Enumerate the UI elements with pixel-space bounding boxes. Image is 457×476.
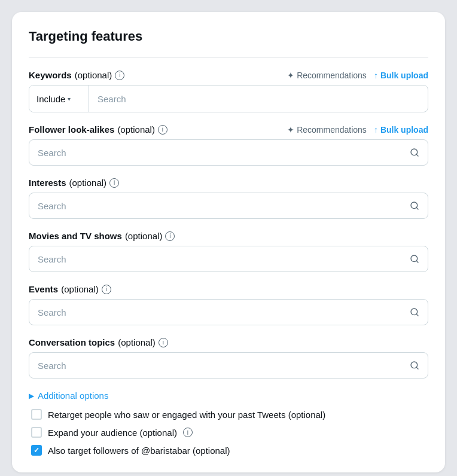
follower-bulk-upload-link[interactable]: ↑ Bulk upload (374, 125, 428, 135)
follower-bulk-upload-label: Bulk upload (380, 125, 428, 135)
svg-line-7 (416, 314, 418, 316)
page-title: Targeting features (29, 29, 428, 44)
movies-tv-search-wrapper (29, 246, 428, 272)
expand-checkbox[interactable] (31, 427, 42, 438)
retarget-checkbox[interactable] (31, 409, 42, 420)
keywords-recommendations-label: Recommendations (297, 71, 367, 80)
svg-line-1 (416, 154, 418, 156)
events-section: Events (optional) i (29, 284, 428, 325)
include-dropdown[interactable]: Include ▾ (29, 86, 89, 112)
keywords-info-icon[interactable]: i (115, 71, 124, 80)
interests-section: Interests (optional) i (29, 178, 428, 219)
svg-line-9 (416, 367, 418, 369)
keywords-bulk-upload-label: Bulk upload (380, 71, 428, 80)
followers-checkbox[interactable] (31, 445, 42, 456)
expand-info-icon[interactable]: i (183, 428, 193, 437)
additional-options-section: ▶ Additional options Retarget people who… (29, 390, 428, 456)
movies-tv-header: Movies and TV shows (optional) i (29, 231, 428, 241)
retarget-checkbox-item[interactable]: Retarget people who saw or engaged with … (31, 409, 428, 420)
conversation-topics-search-input[interactable] (38, 361, 405, 371)
svg-line-3 (416, 208, 418, 209)
keywords-header: Keywords (optional) i ✦ Recommendations … (29, 70, 428, 80)
interests-search-wrapper (29, 193, 428, 219)
interests-search-icon[interactable] (410, 201, 419, 210)
follower-search-input[interactable] (38, 148, 405, 158)
events-header: Events (optional) i (29, 284, 428, 294)
follower-look-alikes-info-icon[interactable]: i (158, 125, 167, 135)
expand-label: Expand your audience (optional) (48, 428, 177, 438)
events-label: Events (29, 284, 58, 294)
conversation-topics-search-wrapper (29, 352, 428, 379)
conversation-topics-optional: (optional) (118, 337, 156, 347)
additional-options-list: Retarget people who saw or engaged with … (29, 409, 428, 456)
followers-checkbox-item[interactable]: Also target followers of @baristabar (op… (31, 445, 428, 456)
events-search-wrapper (29, 299, 428, 325)
follower-look-alikes-label: Follower look-alikes (29, 124, 114, 135)
followers-label: Also target followers of @baristabar (op… (48, 446, 230, 456)
interests-optional: (optional) (69, 178, 107, 188)
events-label-group: Events (optional) i (29, 284, 111, 294)
interests-header: Interests (optional) i (29, 178, 428, 188)
conversation-topics-info-icon[interactable]: i (159, 338, 168, 347)
keywords-label: Keywords (29, 70, 72, 80)
events-info-icon[interactable]: i (102, 285, 111, 294)
conversation-topics-header: Conversation topics (optional) i (29, 337, 428, 347)
keywords-bulk-upload-link[interactable]: ↑ Bulk upload (374, 71, 428, 80)
conversation-topics-label: Conversation topics (29, 337, 115, 347)
expand-checkbox-item[interactable]: Expand your audience (optional) i (31, 427, 428, 438)
chevron-down-icon: ▾ (68, 96, 71, 102)
interests-label: Interests (29, 178, 66, 188)
events-search-input[interactable] (38, 307, 405, 318)
conversation-topics-section: Conversation topics (optional) i (29, 337, 428, 379)
follower-search-icon[interactable] (410, 148, 419, 157)
conversation-topics-search-icon[interactable] (410, 361, 419, 370)
follower-recommendations-label: Recommendations (297, 125, 367, 135)
movies-tv-label: Movies and TV shows (29, 231, 122, 241)
follower-search-wrapper (29, 139, 428, 166)
conversation-topics-label-group: Conversation topics (optional) i (29, 337, 168, 347)
movies-tv-info-icon[interactable]: i (165, 231, 175, 241)
follower-look-alikes-header: Follower look-alikes (optional) i ✦ Reco… (29, 124, 428, 135)
follower-look-alikes-section: Follower look-alikes (optional) i ✦ Reco… (29, 124, 428, 166)
spark-icon: ✦ (287, 71, 294, 80)
keywords-optional: (optional) (75, 70, 112, 80)
upload-icon: ↑ (374, 125, 378, 135)
interests-info-icon[interactable]: i (109, 178, 119, 188)
additional-options-label: Additional options (38, 390, 108, 401)
targeting-features-card: Targeting features Keywords (optional) i… (12, 12, 445, 472)
chevron-down-icon: ▶ (29, 392, 34, 400)
follower-look-alikes-optional: (optional) (117, 124, 155, 135)
include-label: Include (36, 94, 65, 104)
keywords-label-group: Keywords (optional) i (29, 70, 124, 80)
events-optional: (optional) (61, 284, 99, 294)
svg-line-5 (416, 261, 418, 263)
follower-look-alikes-label-group: Follower look-alikes (optional) i (29, 124, 167, 135)
follower-recommendations-link[interactable]: ✦ Recommendations (287, 125, 367, 135)
keywords-section: Keywords (optional) i ✦ Recommendations … (29, 70, 428, 112)
spark-icon: ✦ (287, 125, 294, 135)
movies-tv-search-icon[interactable] (410, 254, 419, 264)
interests-label-group: Interests (optional) i (29, 178, 119, 188)
movies-tv-search-input[interactable] (38, 254, 405, 264)
additional-options-toggle[interactable]: ▶ Additional options (29, 390, 108, 401)
upload-icon: ↑ (374, 71, 378, 80)
retarget-label: Retarget people who saw or engaged with … (48, 410, 325, 420)
divider (29, 57, 428, 58)
movies-tv-section: Movies and TV shows (optional) i (29, 231, 428, 272)
keywords-recommendations-link[interactable]: ✦ Recommendations (287, 71, 367, 80)
movies-tv-label-group: Movies and TV shows (optional) i (29, 231, 175, 241)
events-search-icon[interactable] (410, 307, 419, 317)
keywords-search-input[interactable] (89, 86, 428, 112)
keywords-actions: ✦ Recommendations ↑ Bulk upload (287, 71, 428, 80)
movies-tv-optional: (optional) (125, 231, 163, 241)
follower-look-alikes-actions: ✦ Recommendations ↑ Bulk upload (287, 125, 428, 135)
interests-search-input[interactable] (38, 201, 405, 211)
keywords-input-row: Include ▾ (29, 85, 428, 112)
